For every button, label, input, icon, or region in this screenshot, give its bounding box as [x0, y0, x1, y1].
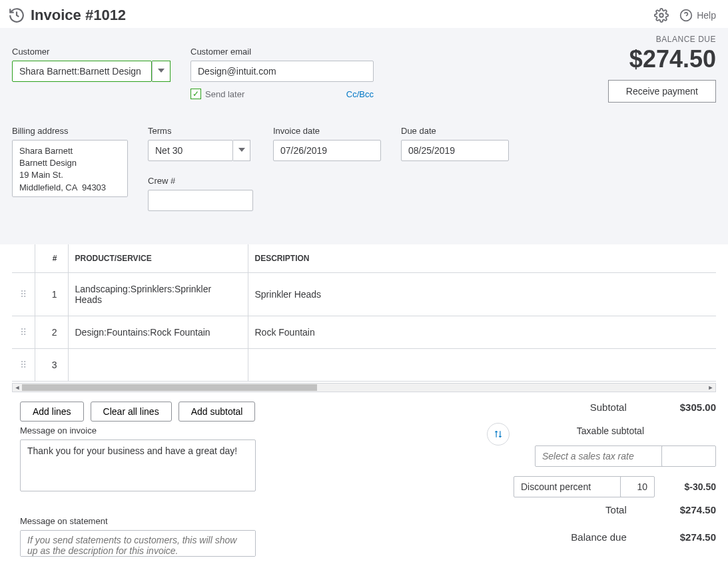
crew-label: Crew # — [148, 176, 253, 186]
page-title: Invoice #1012 — [31, 7, 126, 24]
statement-message-label: Message on statement — [20, 516, 256, 526]
balance-due-bottom-label: Balance due — [571, 531, 626, 543]
svg-marker-4 — [238, 148, 245, 152]
send-later-label: Send later — [205, 89, 244, 99]
row-number: 1 — [35, 273, 68, 316]
crew-field[interactable] — [148, 190, 253, 211]
statement-message-field[interactable] — [20, 530, 256, 557]
billing-label: Billing address — [12, 126, 128, 136]
balance-due-amount: $274.50 — [608, 45, 716, 73]
subtotal-label: Subtotal — [590, 402, 627, 413]
row-product[interactable] — [68, 349, 248, 382]
discount-value-field[interactable] — [620, 476, 655, 497]
billing-address-field[interactable] — [12, 140, 128, 197]
col-number: # — [35, 244, 68, 273]
drag-handle-icon[interactable]: ⠿ — [12, 273, 35, 316]
col-description: DESCRIPTION — [248, 244, 716, 273]
row-description[interactable]: Sprinkler Heads — [248, 273, 716, 316]
due-date-label: Due date — [401, 126, 509, 136]
scroll-left-arrow[interactable]: ◄ — [13, 384, 22, 392]
taxable-subtotal-label: Taxable subtotal — [577, 426, 716, 436]
invoice-date-field[interactable] — [273, 140, 381, 161]
terms-dropdown-toggle[interactable] — [233, 140, 250, 161]
subtotal-value: $305.00 — [680, 402, 716, 413]
table-row[interactable]: ⠿ 3 — [12, 349, 716, 382]
tax-rate-select[interactable] — [535, 445, 667, 467]
total-value: $274.50 — [680, 504, 716, 515]
scroll-thumb[interactable] — [22, 384, 317, 391]
due-date-field[interactable] — [401, 140, 509, 161]
drag-handle-icon[interactable]: ⠿ — [12, 316, 35, 349]
invoice-message-field[interactable] — [20, 439, 256, 491]
invoice-date-label: Invoice date — [273, 126, 381, 136]
terms-label: Terms — [148, 126, 253, 136]
discount-amount: $-30.50 — [661, 481, 716, 492]
swap-icon[interactable] — [487, 423, 510, 445]
email-label: Customer email — [190, 47, 374, 57]
balance-due-bottom-value: $274.50 — [680, 531, 716, 543]
scroll-right-arrow[interactable]: ► — [706, 384, 715, 392]
row-description[interactable] — [248, 349, 716, 382]
svg-point-0 — [659, 13, 663, 17]
row-number: 3 — [35, 349, 68, 382]
customer-dropdown-toggle[interactable] — [152, 61, 171, 82]
row-product[interactable]: Landscaping:Sprinklers:Sprinkler Heads — [68, 273, 248, 316]
horizontal-scrollbar[interactable]: ◄ ► — [12, 383, 716, 392]
total-label: Total — [605, 504, 627, 515]
row-description[interactable]: Rock Fountain — [248, 316, 716, 349]
cc-bcc-link[interactable]: Cc/Bcc — [346, 89, 374, 99]
help-label: Help — [697, 10, 716, 21]
svg-marker-3 — [158, 69, 165, 73]
table-row[interactable]: ⠿ 1 Landscaping:Sprinklers:Sprinkler Hea… — [12, 273, 716, 316]
balance-due-label: BALANCE DUE — [608, 35, 716, 44]
table-row[interactable]: ⠿ 2 Design:Fountains:Rock Fountain Rock … — [12, 316, 716, 349]
col-product: PRODUCT/SERVICE — [68, 244, 248, 273]
add-subtotal-button[interactable]: Add subtotal — [179, 402, 256, 422]
customer-select[interactable] — [12, 61, 152, 82]
terms-select[interactable] — [148, 140, 233, 161]
send-later-checkbox[interactable]: ✓ — [190, 89, 201, 99]
drag-handle-icon[interactable]: ⠿ — [12, 349, 35, 382]
clear-lines-button[interactable]: Clear all lines — [91, 402, 172, 422]
row-number: 2 — [35, 316, 68, 349]
help-button[interactable]: Help — [679, 9, 716, 22]
row-product[interactable]: Design:Fountains:Rock Fountain — [68, 316, 248, 349]
tax-amount-field[interactable] — [661, 445, 716, 467]
customer-label: Customer — [12, 47, 171, 57]
gear-icon[interactable] — [654, 8, 669, 23]
add-lines-button[interactable]: Add lines — [20, 402, 84, 422]
email-field[interactable] — [190, 61, 374, 82]
history-icon[interactable] — [8, 7, 25, 24]
invoice-message-label: Message on invoice — [20, 426, 256, 436]
receive-payment-button[interactable]: Receive payment — [608, 80, 716, 103]
